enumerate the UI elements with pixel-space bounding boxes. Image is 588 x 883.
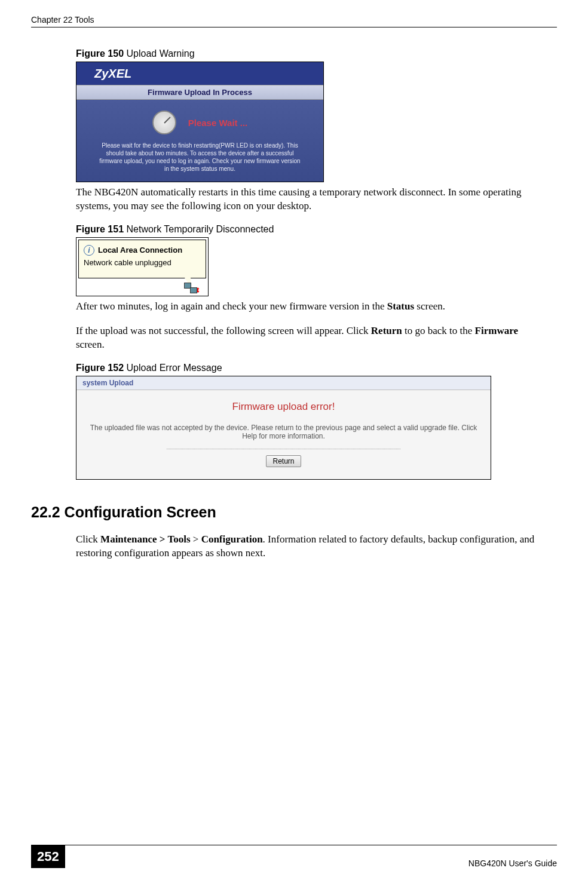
chapter-title: Chapter 22 Tools (31, 15, 94, 24)
network-icon: ✖ (184, 283, 197, 293)
paragraph-1: The NBG420N automatically restarts in th… (76, 186, 545, 213)
fig152-divider (167, 449, 401, 449)
fig152-message: The uploaded file was not accepted by th… (88, 424, 479, 440)
info-icon: i (84, 245, 94, 256)
section-heading-22-2: 22.2 Configuration Screen (31, 504, 545, 521)
page-number: 252 (31, 845, 65, 868)
fig150-message: Please wait for the device to finish res… (85, 142, 314, 173)
section-paragraph: Click Maintenance > Tools > Configuratio… (76, 533, 545, 560)
figure-151: i Local Area Connection Network cable un… (76, 237, 209, 296)
figure-151-label: Figure 151 Network Temporarily Disconnec… (76, 224, 545, 235)
figure-150: ZyXEL Firmware Upload In Process Please … (76, 62, 324, 182)
return-button[interactable]: Return (266, 455, 301, 467)
figure-152-label: Figure 152 Upload Error Message (76, 363, 545, 373)
fig152-header: system Upload (76, 376, 491, 390)
zyxel-logo: ZyXEL (94, 67, 131, 81)
fig151-tray: ✖ (76, 280, 208, 296)
fig150-body: Please Wait ... Please wait for the devi… (76, 100, 323, 182)
figure-150-label: Figure 150 Upload Warning (76, 48, 545, 59)
paragraph-2: After two minutes, log in again and chec… (76, 300, 545, 314)
fig152-error-text: Firmware upload error! (88, 401, 479, 413)
fig150-subheader: Firmware Upload In Process (76, 85, 323, 100)
fig150-header: ZyXEL (76, 62, 323, 85)
page-header: Chapter 22 Tools (31, 15, 557, 27)
please-wait-text: Please Wait ... (188, 118, 248, 128)
local-area-connection-text: Local Area Connection (98, 246, 182, 255)
page-footer: 252 NBG420N User's Guide (31, 845, 557, 868)
fig151-subtext: Network cable unplugged (84, 258, 201, 267)
main-content: Figure 150 Upload Warning ZyXEL Firmware… (31, 48, 557, 560)
fig151-title-row: i Local Area Connection (84, 245, 201, 256)
fig151-balloon: i Local Area Connection Network cable un… (78, 240, 206, 278)
guide-name: NBG420N User's Guide (468, 859, 557, 868)
paragraph-3: If the upload was not successful, the fo… (76, 324, 545, 352)
network-disconnected-icon: ✖ (194, 286, 200, 295)
fig152-body: Firmware upload error! The uploaded file… (76, 390, 491, 479)
stopwatch-icon (152, 111, 176, 134)
figure-152: system Upload Firmware upload error! The… (76, 376, 491, 480)
fig150-wait-row: Please Wait ... (85, 106, 314, 142)
